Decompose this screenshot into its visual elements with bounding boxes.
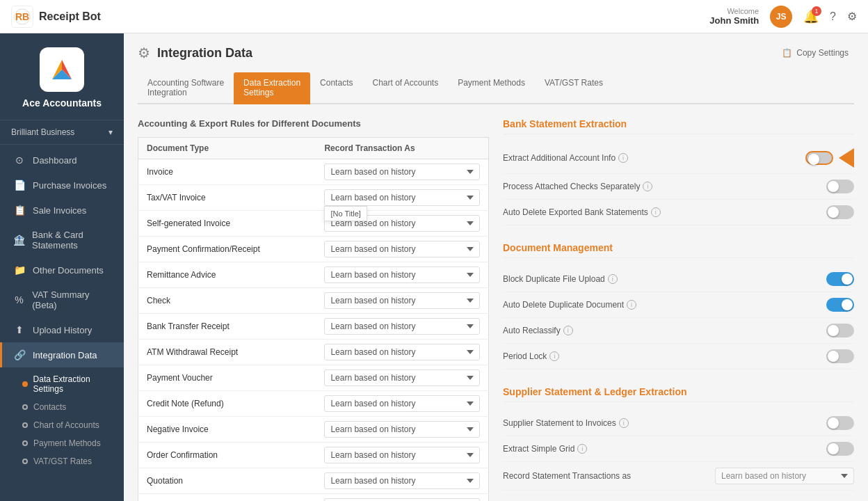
record-as-cell: Learn based on history: [316, 237, 488, 262]
copy-settings-button[interactable]: 📋 Copy Settings: [776, 45, 854, 61]
sub-item-vat-gst-rates[interactable]: VAT/GST Rates: [0, 452, 124, 470]
record-as-dropdown[interactable]: Learn based on history: [324, 164, 480, 180]
document-table: Document Type Record Transaction As Invo…: [138, 137, 489, 501]
setting-label-extract-simple-grid: Extract Simple Gridi: [503, 444, 587, 454]
setting-row-supplier-to-invoices: Supplier Statement to Invoicesi: [503, 411, 854, 436]
logo-icon: RB: [11, 6, 33, 28]
record-as-dropdown[interactable]: Learn based on history: [324, 292, 480, 309]
setting-label-process-checks: Process Attached Checks Separatelyi: [503, 182, 652, 191]
record-as-dropdown[interactable]: Learn based on history: [324, 369, 480, 386]
record-as-cell: Learn based on history: [316, 417, 488, 443]
table-row: Payment Confirmation/ReceiptLearn based …: [138, 237, 489, 262]
info-icon-auto-reclassify[interactable]: i: [563, 326, 573, 335]
toggle-supplier-to-invoices[interactable]: [826, 416, 854, 430]
other-documents-icon: 📁: [13, 264, 26, 276]
sub-label-chart: Chart of Accounts: [33, 420, 99, 430]
setting-label-period-lock: Period Locki: [503, 351, 559, 361]
record-as-dropdown[interactable]: Learn based on history: [324, 241, 480, 257]
sub-label-payment: Payment Methods: [33, 438, 101, 448]
toggle-knob-supplier-to-invoices: [828, 418, 839, 429]
tab-data-extraction[interactable]: Data ExtractionSettings: [234, 72, 310, 104]
sidebar-item-other-documents[interactable]: 📁 Other Documents: [0, 257, 124, 283]
section-bank-statement: Bank Statement ExtractionExtract Additio…: [503, 118, 854, 225]
toggle-period-lock[interactable]: [826, 349, 854, 363]
table-row: CheckLearn based on history: [138, 288, 489, 314]
sidebar-item-bank-statements[interactable]: 🏦 Bank & Card Statements: [0, 223, 124, 257]
setting-label-supplier-to-invoices: Supplier Statement to Invoicesi: [503, 418, 629, 428]
record-as-dropdown[interactable]: Learn based on history: [324, 344, 480, 360]
toggle-auto-delete-dup[interactable]: [826, 298, 854, 312]
sub-dot-contacts: [22, 404, 28, 410]
sidebar-item-dashboard[interactable]: ⊙ Dashboard: [0, 148, 124, 173]
sidebar-label-dashboard: Dashboard: [33, 155, 77, 166]
sidebar-label-other-documents: Other Documents: [33, 265, 104, 276]
sub-item-data-extraction[interactable]: Data Extraction Settings: [0, 370, 124, 398]
doc-type-cell: Check: [138, 288, 316, 314]
record-as-dropdown[interactable]: Learn based on history: [324, 215, 480, 232]
svg-text:RB: RB: [15, 11, 29, 22]
tab-payment-methods[interactable]: Payment Methods: [448, 72, 535, 104]
record-as-dropdown[interactable]: Learn based on history: [324, 498, 480, 501]
client-selector[interactable]: Brilliant Business ▾: [0, 120, 124, 145]
table-row: ATM Withdrawal ReceiptLearn based on his…: [138, 340, 489, 365]
setting-label-auto-reclassify: Auto Reclassifyi: [503, 326, 573, 335]
toggle-auto-reclassify[interactable]: [826, 324, 854, 337]
highlight-arrow-icon: [839, 148, 854, 168]
tab-accounting-integration[interactable]: Accounting SoftwareIntegration: [138, 72, 234, 104]
table-row: Payment VoucherLearn based on history: [138, 365, 489, 391]
toggle-extract-simple-grid[interactable]: [826, 442, 854, 456]
toggle-extract-additional[interactable]: [805, 151, 833, 165]
top-navigation: RB Receipt Bot Welcome John Smith JS 🔔 1…: [0, 0, 868, 33]
record-as-dropdown[interactable]: Learn based on history: [324, 267, 480, 283]
copy-settings-label: Copy Settings: [796, 48, 849, 58]
tab-chart-of-accounts[interactable]: Chart of Accounts: [362, 72, 448, 104]
sidebar-item-sale-invoices[interactable]: 📋 Sale Invoices: [0, 198, 124, 223]
chevron-down-icon: ▾: [108, 127, 113, 137]
toggle-auto-delete-bank[interactable]: [826, 205, 854, 219]
setting-row-auto-delete-dup: Auto Delete Duplicate Documenti: [503, 292, 854, 318]
doc-type-cell: Negative Invoice: [138, 417, 316, 443]
info-icon-extract-additional[interactable]: i: [618, 153, 628, 163]
sub-item-payment-methods[interactable]: Payment Methods: [0, 434, 124, 452]
settings-icon[interactable]: ⚙: [847, 10, 857, 23]
sidebar-item-upload-history[interactable]: ⬆ Upload History: [0, 317, 124, 342]
info-icon-process-checks[interactable]: i: [643, 182, 652, 191]
record-as-dropdown[interactable]: Learn based on history: [324, 318, 480, 335]
record-as-cell: Learn based on history: [316, 494, 488, 502]
sub-dot-payment: [22, 440, 28, 446]
sidebar-item-vat-summary[interactable]: % VAT Summary (Beta): [0, 283, 124, 317]
info-icon-supplier-to-invoices[interactable]: i: [619, 418, 629, 428]
tab-vat-gst-rates[interactable]: VAT/GST Rates: [535, 72, 613, 104]
toggle-process-checks[interactable]: [826, 180, 854, 193]
bank-statements-icon: 🏦: [13, 234, 25, 246]
info-icon-period-lock[interactable]: i: [549, 351, 559, 361]
record-as-cell: Learn based on history: [316, 468, 488, 494]
info-icon-block-duplicate[interactable]: i: [608, 274, 618, 284]
sub-nav: Data Extraction Settings Contacts Chart …: [0, 367, 124, 476]
record-as-dropdown[interactable]: Learn based on history: [324, 421, 480, 438]
dropdown-record-statement-tx[interactable]: Learn based on history: [715, 468, 854, 484]
sidebar-item-purchase-invoices[interactable]: 📄 Purchase Invoices: [0, 173, 124, 198]
setting-row-record-statement-tx: Record Statement Transactions asLearn ba…: [503, 462, 854, 491]
record-as-dropdown[interactable]: Learn based on history: [324, 189, 480, 206]
table-row: Order ConfirmationLearn based on history: [138, 443, 489, 468]
record-as-dropdown[interactable]: Learn based on history: [324, 395, 480, 412]
record-as-dropdown[interactable]: Learn based on history: [324, 472, 480, 489]
sub-item-chart-of-accounts[interactable]: Chart of Accounts: [0, 416, 124, 434]
purchase-invoices-icon: 📄: [13, 180, 26, 191]
app-logo[interactable]: RB Receipt Bot: [11, 6, 101, 28]
avatar[interactable]: JS: [770, 6, 792, 28]
record-as-dropdown[interactable]: Learn based on history: [324, 447, 480, 463]
sub-item-contacts[interactable]: Contacts: [0, 398, 124, 416]
info-icon-extract-simple-grid[interactable]: i: [577, 444, 587, 454]
info-icon-auto-delete-dup[interactable]: i: [627, 300, 636, 310]
toggle-knob-process-checks: [828, 181, 839, 192]
tab-contacts[interactable]: Contacts: [310, 72, 362, 104]
sidebar-item-integration-data[interactable]: 🔗 Integration Data: [0, 342, 124, 367]
help-icon[interactable]: ?: [830, 10, 836, 23]
doc-type-cell: Credit Note (Refund): [138, 391, 316, 417]
notification-bell[interactable]: 🔔 1: [803, 9, 819, 24]
record-as-cell: Learn based on history: [316, 159, 488, 185]
info-icon-auto-delete-bank[interactable]: i: [651, 207, 661, 217]
toggle-block-duplicate[interactable]: [826, 272, 854, 286]
